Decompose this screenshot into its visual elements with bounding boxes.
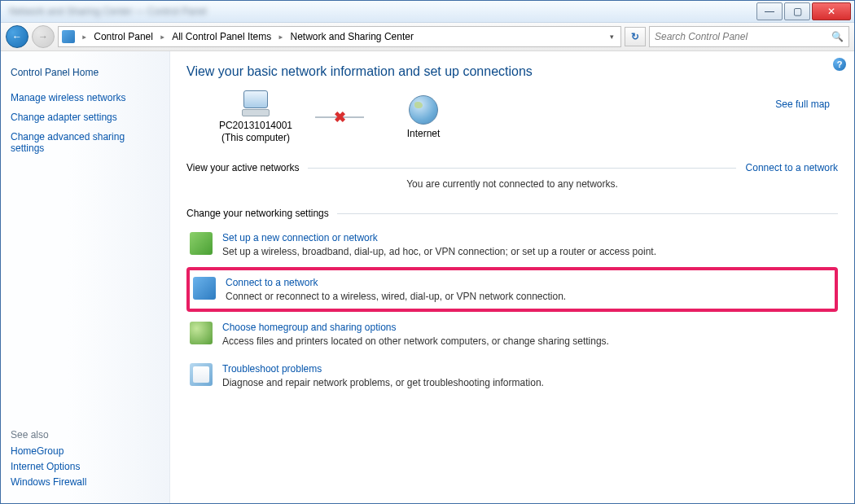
option-homegroup[interactable]: Choose homegroup and sharing options Acc… [186, 313, 838, 355]
content-area: ? View your basic network information an… [170, 51, 854, 503]
globe-icon [409, 95, 438, 125]
divider [337, 213, 838, 214]
internet-options-link[interactable]: Internet Options [11, 461, 160, 472]
search-input[interactable]: Search Control Panel 🔍 [649, 26, 849, 47]
divider [308, 168, 736, 169]
not-connected-text: You are currently not connected to any n… [186, 178, 838, 190]
search-placeholder: Search Control Panel [655, 31, 748, 42]
network-map: PC20131014001 (This computer) ✖ Internet [203, 90, 838, 144]
breadcrumb-all-items[interactable]: All Control Panel Items [169, 30, 274, 43]
node-pc-label: PC20131014001 (This computer) [219, 120, 292, 144]
option-title: Choose homegroup and sharing options [222, 322, 609, 333]
computer-icon [240, 90, 271, 116]
node-internet: Internet [370, 95, 476, 140]
window-title: Network and Sharing Center — Control Pan… [1, 6, 756, 17]
option-desc: Access files and printers located on oth… [222, 335, 609, 347]
maximize-button[interactable]: ▢ [784, 2, 810, 20]
breadcrumb-control-panel[interactable]: Control Panel [90, 30, 156, 43]
sidebar: Control Panel Home Manage wireless netwo… [1, 51, 170, 503]
chevron-right-icon: ▸ [80, 31, 89, 42]
nav-toolbar: ← → ▸ Control Panel ▸ All Control Panel … [1, 23, 854, 51]
see-also-header: See also [11, 429, 160, 440]
option-title: Troubleshoot problems [222, 363, 544, 375]
option-desc: Connect or reconnect to a wireless, wire… [226, 291, 566, 302]
option-desc: Set up a wireless, broadband, dial-up, a… [222, 246, 656, 257]
change-adapter-link[interactable]: Change adapter settings [11, 112, 160, 123]
settings-list: Set up a new connection or network Set u… [186, 224, 838, 397]
setup-connection-icon [190, 232, 213, 255]
chevron-right-icon: ▸ [276, 31, 285, 42]
change-settings-header: Change your networking settings [186, 208, 329, 219]
refresh-button[interactable]: ↻ [625, 27, 646, 46]
search-icon[interactable]: 🔍 [831, 31, 844, 42]
see-full-map-link[interactable]: See full map [775, 99, 830, 110]
see-also-section: See also HomeGroup Internet Options Wind… [11, 429, 160, 492]
option-title: Connect to a network [226, 277, 566, 288]
homegroup-icon [190, 322, 213, 344]
address-bar[interactable]: ▸ Control Panel ▸ All Control Panel Item… [58, 26, 621, 47]
body: Control Panel Home Manage wireless netwo… [1, 51, 854, 503]
active-networks-header: View your active networks [186, 162, 300, 173]
connection-line: ✖ [315, 116, 364, 118]
control-panel-icon [62, 30, 75, 43]
change-settings-header-row: Change your networking settings [186, 208, 838, 219]
connect-network-icon [193, 277, 216, 300]
forward-button: → [32, 25, 55, 48]
back-button[interactable]: ← [6, 25, 28, 48]
chevron-right-icon: ▸ [158, 31, 167, 42]
help-icon[interactable]: ? [833, 58, 846, 71]
window-frame: Network and Sharing Center — Control Pan… [0, 0, 855, 504]
troubleshoot-icon [190, 363, 213, 386]
node-this-computer: PC20131014001 (This computer) [203, 90, 309, 144]
page-title: View your basic network information and … [186, 64, 838, 79]
breadcrumb-network-sharing[interactable]: Network and Sharing Center [287, 30, 416, 43]
control-panel-home-link[interactable]: Control Panel Home [11, 67, 160, 78]
connect-to-network-link[interactable]: Connect to a network [746, 162, 838, 173]
titlebar: Network and Sharing Center — Control Pan… [1, 1, 854, 23]
minimize-button[interactable]: — [756, 2, 783, 20]
windows-firewall-link[interactable]: Windows Firewall [11, 476, 160, 488]
option-title: Set up a new connection or network [222, 232, 656, 243]
node-internet-label: Internet [407, 128, 441, 140]
close-button[interactable]: ✕ [812, 2, 851, 20]
homegroup-link[interactable]: HomeGroup [11, 445, 160, 457]
active-networks-header-row: View your active networks Connect to a n… [186, 162, 838, 173]
manage-wireless-link[interactable]: Manage wireless networks [11, 92, 160, 103]
option-troubleshoot[interactable]: Troubleshoot problems Diagnose and repai… [186, 355, 838, 397]
address-dropdown-icon[interactable]: ▾ [607, 33, 617, 41]
option-setup-connection[interactable]: Set up a new connection or network Set u… [186, 224, 838, 265]
option-connect-network[interactable]: Connect to a network Connect or reconnec… [186, 267, 838, 312]
option-desc: Diagnose and repair network problems, or… [222, 377, 544, 388]
window-buttons: — ▢ ✕ [756, 2, 851, 20]
disconnected-icon: ✖ [334, 108, 346, 126]
change-advanced-sharing-link[interactable]: Change advanced sharing settings [11, 131, 160, 154]
